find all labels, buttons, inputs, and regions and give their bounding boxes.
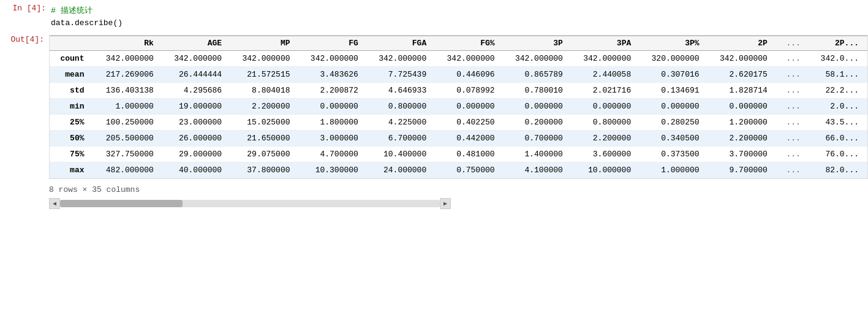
code-comment: # 描述统计 bbox=[51, 5, 123, 17]
table-row: max482.00000040.00000037.80000010.300000… bbox=[50, 162, 867, 178]
row-cell: 3.483626 bbox=[299, 67, 367, 83]
row-cell: 2.200000 bbox=[572, 131, 640, 147]
code-block: # 描述统计 data.describe() bbox=[51, 4, 123, 30]
row-cell: 76.0... bbox=[809, 147, 867, 162]
table-row: min1.00000019.0000002.2000000.0000000.80… bbox=[50, 99, 867, 115]
row-cell: 10.300000 bbox=[299, 162, 367, 178]
row-cell: 2.440058 bbox=[572, 67, 640, 83]
col-header-age: AGE bbox=[162, 36, 230, 51]
table-row: count342.000000342.000000342.000000342.0… bbox=[50, 51, 867, 67]
scroll-thumb[interactable] bbox=[60, 200, 183, 207]
col-header-2p: 2P bbox=[708, 36, 776, 51]
col-header-ellipsis: ... bbox=[776, 36, 809, 51]
row-cell: 9.700000 bbox=[708, 162, 776, 178]
row-cell: 2.021716 bbox=[572, 83, 640, 99]
row-cell: ... bbox=[776, 162, 809, 178]
row-cell: 0.442000 bbox=[435, 131, 503, 147]
col-header-last: 2P... bbox=[809, 36, 867, 51]
row-cell: 327.750000 bbox=[94, 147, 162, 162]
row-cell: 0.000000 bbox=[572, 99, 640, 115]
row-cell: 2.0... bbox=[809, 99, 867, 115]
row-cell: 342.000000 bbox=[162, 51, 230, 67]
row-cell: 482.000000 bbox=[94, 162, 162, 178]
row-cell: 0.200000 bbox=[504, 115, 572, 131]
table-row: 25%100.25000023.00000015.0250001.8000004… bbox=[50, 115, 867, 131]
row-cell: 1.000000 bbox=[640, 162, 708, 178]
row-label: 50% bbox=[50, 131, 94, 147]
row-cell: 4.700000 bbox=[299, 147, 367, 162]
footer-text: 8 rows × 35 columns bbox=[0, 180, 868, 197]
row-cell: 0.800000 bbox=[367, 99, 435, 115]
scroll-track[interactable] bbox=[60, 200, 440, 207]
row-cell: 7.725439 bbox=[367, 67, 435, 83]
row-cell: 0.134691 bbox=[640, 83, 708, 99]
row-cell: 21.650000 bbox=[230, 131, 298, 147]
row-cell: 15.025000 bbox=[230, 115, 298, 131]
row-cell: 100.250000 bbox=[94, 115, 162, 131]
row-cell: 1.200000 bbox=[708, 115, 776, 131]
table-row: std136.4031384.2956868.8040182.2008724.6… bbox=[50, 83, 867, 99]
row-cell: 22.2... bbox=[809, 83, 867, 99]
row-cell: ... bbox=[776, 67, 809, 83]
row-cell: 3.600000 bbox=[572, 147, 640, 162]
row-cell: 342.000000 bbox=[435, 51, 503, 67]
row-cell: 0.780010 bbox=[504, 83, 572, 99]
row-cell: 0.700000 bbox=[504, 131, 572, 147]
col-header-fga: FGA bbox=[367, 36, 435, 51]
row-label: std bbox=[50, 83, 94, 99]
row-cell: 4.225000 bbox=[367, 115, 435, 131]
row-cell: 6.700000 bbox=[367, 131, 435, 147]
row-label: min bbox=[50, 99, 94, 115]
table-container[interactable]: Rk AGE MP FG FGA FG% 3P 3PA 3P% 2P ... 2… bbox=[49, 35, 868, 179]
row-cell: 29.075000 bbox=[230, 147, 298, 162]
row-cell: 2.200000 bbox=[230, 99, 298, 115]
row-cell: 0.000000 bbox=[504, 99, 572, 115]
row-cell: 1.800000 bbox=[299, 115, 367, 131]
row-cell: 136.403138 bbox=[94, 83, 162, 99]
row-cell: 40.000000 bbox=[162, 162, 230, 178]
row-cell: 2.200000 bbox=[708, 131, 776, 147]
table-row: 75%327.75000029.00000029.0750004.7000001… bbox=[50, 147, 867, 162]
col-header-index bbox=[50, 36, 94, 51]
scroll-left-button[interactable]: ◀ bbox=[49, 198, 60, 209]
input-area: In [4]: # 描述统计 data.describe() bbox=[0, 0, 868, 34]
code-line: data.describe() bbox=[51, 17, 123, 29]
row-cell: 320.000000 bbox=[640, 51, 708, 67]
row-cell: 10.000000 bbox=[572, 162, 640, 178]
row-cell: 0.373500 bbox=[640, 147, 708, 162]
input-label: In [4]: bbox=[2, 4, 51, 13]
row-cell: 0.000000 bbox=[640, 99, 708, 115]
table-row: mean217.26900626.44444421.5725153.483626… bbox=[50, 67, 867, 83]
row-cell: 58.1... bbox=[809, 67, 867, 83]
col-header-3pa: 3PA bbox=[572, 36, 640, 51]
row-cell: ... bbox=[776, 115, 809, 131]
row-cell: 26.444444 bbox=[162, 67, 230, 83]
row-cell: 82.0... bbox=[809, 162, 867, 178]
row-label: count bbox=[50, 51, 94, 67]
row-cell: 342.000000 bbox=[504, 51, 572, 67]
row-cell: ... bbox=[776, 147, 809, 162]
row-cell: 21.572515 bbox=[230, 67, 298, 83]
row-cell: ... bbox=[776, 51, 809, 67]
row-cell: 2.200872 bbox=[299, 83, 367, 99]
row-cell: 43.5... bbox=[809, 115, 867, 131]
row-cell: 0.402250 bbox=[435, 115, 503, 131]
row-cell: ... bbox=[776, 99, 809, 115]
row-cell: 0.446096 bbox=[435, 67, 503, 83]
row-label: 25% bbox=[50, 115, 94, 131]
col-header-rk: Rk bbox=[94, 36, 162, 51]
row-cell: 0.280250 bbox=[640, 115, 708, 131]
row-label: 75% bbox=[50, 147, 94, 162]
row-cell: 19.000000 bbox=[162, 99, 230, 115]
row-cell: 4.646933 bbox=[367, 83, 435, 99]
row-cell: 4.100000 bbox=[504, 162, 572, 178]
row-cell: 3.700000 bbox=[708, 147, 776, 162]
scroll-right-button[interactable]: ▶ bbox=[440, 198, 451, 209]
describe-table: Rk AGE MP FG FGA FG% 3P 3PA 3P% 2P ... 2… bbox=[50, 36, 867, 178]
row-cell: 0.865789 bbox=[504, 67, 572, 83]
row-cell: 342.000000 bbox=[94, 51, 162, 67]
row-cell: 66.0... bbox=[809, 131, 867, 147]
row-cell: 0.307016 bbox=[640, 67, 708, 83]
row-cell: 3.000000 bbox=[299, 131, 367, 147]
row-cell: 4.295686 bbox=[162, 83, 230, 99]
